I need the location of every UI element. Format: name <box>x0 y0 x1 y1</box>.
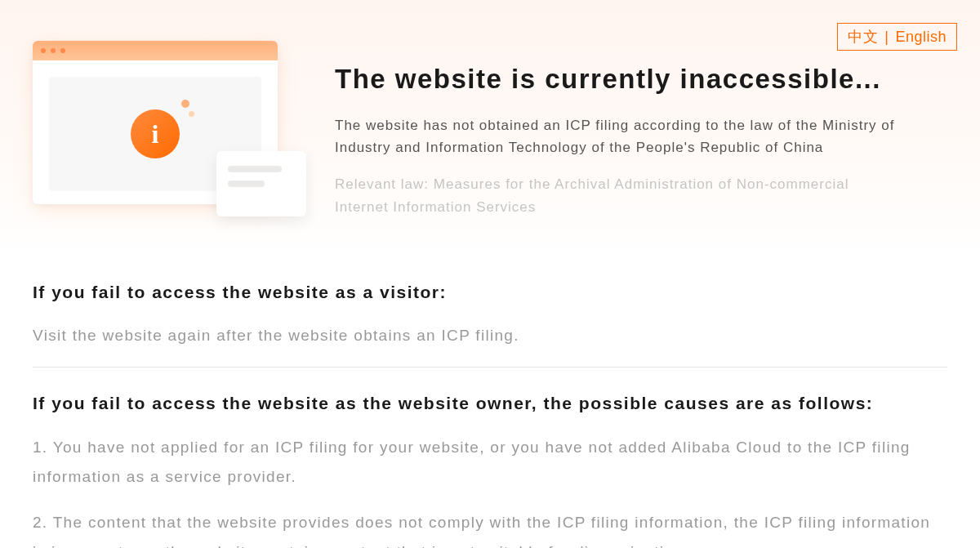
browser-titlebar <box>33 41 278 60</box>
owner-cause-2: 2. The content that the website provides… <box>33 508 947 548</box>
page-title: The website is currently inaccessible... <box>335 64 906 95</box>
content-section: If you fail to access the website as a v… <box>0 259 980 548</box>
hero-text-block: The website is currently inaccessible...… <box>302 25 906 218</box>
visitor-body: Visit the website again after the websit… <box>33 321 947 350</box>
hero-section: 中文 | English i The website is currently … <box>0 0 980 259</box>
section-divider <box>33 367 947 368</box>
owner-heading: If you fail to access the website as the… <box>33 390 947 417</box>
lang-separator: | <box>884 29 889 46</box>
small-card-graphic <box>216 151 306 216</box>
info-icon: i <box>131 109 180 158</box>
owner-cause-1: 1. You have not applied for an ICP filin… <box>33 433 947 492</box>
hero-description: The website has not obtained an ICP fili… <box>335 114 906 158</box>
language-switcher[interactable]: 中文 | English <box>837 23 957 51</box>
lang-chinese[interactable]: 中文 <box>848 27 878 47</box>
hero-law-reference: Relevant law: Measures for the Archival … <box>335 173 906 217</box>
visitor-heading: If you fail to access the website as a v… <box>33 279 947 305</box>
illustration: i <box>33 41 302 212</box>
lang-english[interactable]: English <box>895 29 947 46</box>
